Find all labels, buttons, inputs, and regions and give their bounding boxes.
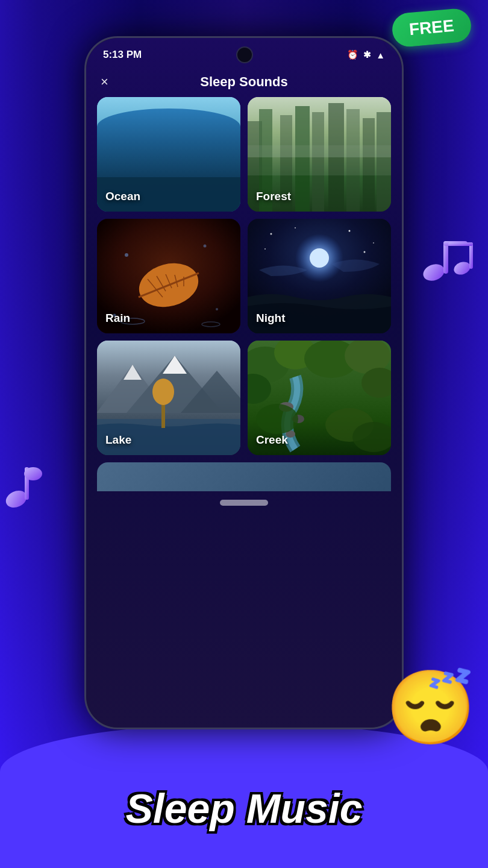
sound-card-night[interactable]: Night	[248, 219, 391, 333]
phone-frame: 5:13 PM ⏰ ✱ ▲ × Sleep Sounds × ✦ ✦ ✦	[84, 36, 404, 729]
rain-label: Rain	[105, 312, 130, 325]
camera-notch	[236, 46, 253, 63]
night-label: Night	[256, 312, 286, 325]
top-bar: × Sleep Sounds	[86, 68, 402, 97]
svg-point-40	[295, 227, 296, 228]
home-indicator	[220, 500, 268, 506]
status-time: 5:13 PM	[103, 49, 142, 61]
sound-card-forest[interactable]: Forest	[248, 97, 391, 212]
music-note-left-decoration	[3, 458, 54, 515]
signal-icon: ▲	[376, 50, 385, 60]
alarm-icon: ⏰	[347, 49, 358, 60]
status-bar: 5:13 PM ⏰ ✱ ▲	[86, 38, 402, 68]
sound-card-partial[interactable]	[97, 462, 391, 491]
sounds-grid: Ocean	[86, 97, 402, 455]
svg-point-0	[421, 262, 447, 284]
svg-point-41	[349, 230, 351, 232]
bottom-nav-indicator	[86, 491, 402, 512]
ocean-label: Ocean	[105, 190, 140, 203]
svg-point-44	[364, 251, 366, 253]
svg-point-38	[310, 248, 329, 268]
svg-point-65	[256, 404, 298, 434]
status-icons: ⏰ ✱ ▲	[347, 49, 385, 60]
svg-rect-21	[248, 145, 391, 175]
sleep-music-title: Sleep Music	[125, 785, 362, 832]
sleep-emoji: 😴	[386, 665, 476, 750]
svg-point-53	[152, 379, 174, 405]
free-badge: FREE	[391, 7, 472, 48]
svg-point-8	[24, 467, 42, 480]
svg-point-3	[452, 260, 472, 277]
music-note-right-decoration	[417, 229, 483, 292]
svg-point-31	[204, 245, 207, 248]
svg-rect-4	[469, 242, 473, 269]
sound-card-rain[interactable]: Rain	[97, 219, 240, 333]
sound-card-lake[interactable]: Lake	[97, 341, 240, 455]
svg-point-42	[373, 242, 374, 244]
svg-point-39	[271, 233, 272, 235]
svg-rect-5	[448, 242, 473, 246]
svg-rect-1	[443, 241, 448, 274]
screen-title: Sleep Sounds	[200, 74, 287, 90]
sound-card-creek[interactable]: Creek	[248, 341, 391, 455]
svg-rect-54	[162, 407, 164, 428]
svg-point-30	[125, 253, 128, 257]
bluetooth-icon: ✱	[363, 49, 371, 60]
forest-label: Forest	[256, 190, 291, 203]
sound-card-ocean[interactable]: Ocean	[97, 97, 240, 212]
creek-label: Creek	[256, 433, 288, 447]
svg-point-43	[264, 248, 266, 250]
svg-point-32	[216, 308, 218, 310]
lake-label: Lake	[105, 433, 131, 447]
close-button-left[interactable]: ×	[101, 74, 108, 90]
